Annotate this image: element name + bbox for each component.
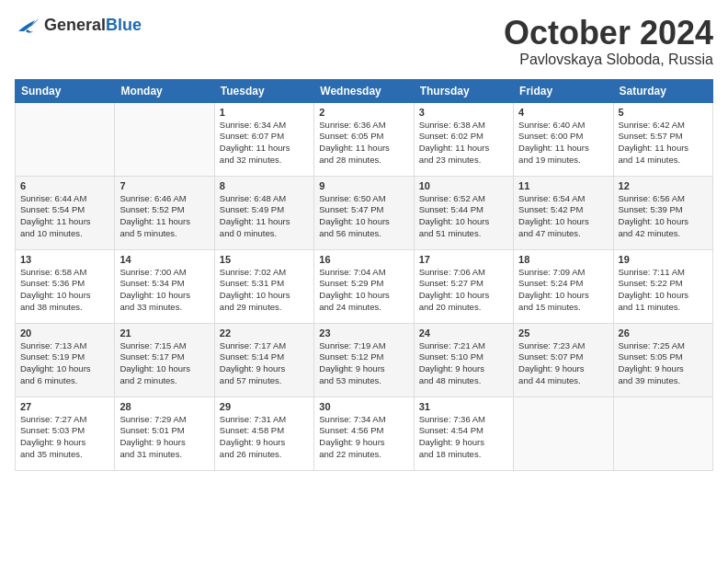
day-info: Sunrise: 6:38 AMSunset: 6:02 PMDaylight:… <box>419 120 508 167</box>
calendar-cell: 20Sunrise: 7:13 AMSunset: 5:19 PMDayligh… <box>16 323 115 396</box>
day-number: 5 <box>619 107 708 118</box>
day-number: 26 <box>619 327 708 339</box>
day-info: Sunrise: 6:48 AMSunset: 5:49 PMDaylight:… <box>220 193 309 240</box>
day-info: Sunrise: 6:44 AMSunset: 5:54 PMDaylight:… <box>20 193 109 240</box>
day-number: 11 <box>518 180 608 191</box>
calendar-cell: 4Sunrise: 6:40 AMSunset: 6:00 PMDaylight… <box>514 102 613 176</box>
day-info: Sunrise: 7:00 AMSunset: 5:34 PMDaylight:… <box>119 267 209 314</box>
day-number: 13 <box>20 254 109 265</box>
day-number: 3 <box>419 107 508 118</box>
calendar-cell: 29Sunrise: 7:31 AMSunset: 4:58 PMDayligh… <box>214 396 313 470</box>
calendar-cell: 30Sunrise: 7:34 AMSunset: 4:56 PMDayligh… <box>314 396 414 470</box>
day-number: 19 <box>619 254 708 265</box>
calendar-cell: 8Sunrise: 6:48 AMSunset: 5:49 PMDaylight… <box>214 176 313 249</box>
day-info: Sunrise: 6:56 AMSunset: 5:39 PMDaylight:… <box>619 193 708 240</box>
col-monday: Monday <box>115 79 214 102</box>
day-info: Sunrise: 6:52 AMSunset: 5:44 PMDaylight:… <box>419 193 508 240</box>
day-number: 21 <box>119 327 209 339</box>
day-number: 29 <box>220 401 309 412</box>
day-number: 10 <box>419 180 508 191</box>
calendar-table: Sunday Monday Tuesday Wednesday Thursday… <box>15 79 713 471</box>
calendar-week-3: 13Sunrise: 6:58 AMSunset: 5:36 PMDayligh… <box>16 249 713 323</box>
calendar-cell: 16Sunrise: 7:04 AMSunset: 5:29 PMDayligh… <box>314 249 414 323</box>
day-info: Sunrise: 7:09 AMSunset: 5:24 PMDaylight:… <box>518 267 608 314</box>
calendar-cell: 19Sunrise: 7:11 AMSunset: 5:22 PMDayligh… <box>613 249 712 323</box>
day-info: Sunrise: 6:36 AMSunset: 6:05 PMDaylight:… <box>319 120 408 167</box>
calendar-cell <box>16 102 115 176</box>
day-info: Sunrise: 6:40 AMSunset: 6:00 PMDaylight:… <box>518 120 608 167</box>
day-info: Sunrise: 6:46 AMSunset: 5:52 PMDaylight:… <box>119 193 209 240</box>
month-title: October 2024 <box>504 15 713 52</box>
calendar-cell <box>613 396 712 470</box>
calendar-week-2: 6Sunrise: 6:44 AMSunset: 5:54 PMDaylight… <box>16 176 713 249</box>
day-info: Sunrise: 7:13 AMSunset: 5:19 PMDaylight:… <box>20 340 109 387</box>
calendar-cell: 10Sunrise: 6:52 AMSunset: 5:44 PMDayligh… <box>414 176 513 249</box>
day-number: 12 <box>619 180 708 191</box>
day-info: Sunrise: 7:04 AMSunset: 5:29 PMDaylight:… <box>319 267 408 314</box>
calendar-cell: 26Sunrise: 7:25 AMSunset: 5:05 PMDayligh… <box>613 323 712 396</box>
calendar-cell: 17Sunrise: 7:06 AMSunset: 5:27 PMDayligh… <box>414 249 513 323</box>
day-info: Sunrise: 7:27 AMSunset: 5:03 PMDaylight:… <box>20 414 109 461</box>
day-info: Sunrise: 7:11 AMSunset: 5:22 PMDaylight:… <box>619 267 708 314</box>
day-number: 18 <box>518 254 608 265</box>
calendar-cell <box>115 102 214 176</box>
day-number: 20 <box>20 327 109 339</box>
day-info: Sunrise: 7:23 AMSunset: 5:07 PMDaylight:… <box>518 340 608 387</box>
col-sunday: Sunday <box>16 79 115 102</box>
day-number: 14 <box>119 254 209 265</box>
day-info: Sunrise: 7:15 AMSunset: 5:17 PMDaylight:… <box>119 340 209 387</box>
logo-text: GeneralBlue <box>44 16 142 35</box>
logo: GeneralBlue <box>15 15 142 35</box>
day-number: 6 <box>20 180 109 191</box>
calendar-cell: 31Sunrise: 7:36 AMSunset: 4:54 PMDayligh… <box>414 396 513 470</box>
calendar-cell <box>514 396 613 470</box>
calendar-cell: 15Sunrise: 7:02 AMSunset: 5:31 PMDayligh… <box>214 249 313 323</box>
col-tuesday: Tuesday <box>214 79 313 102</box>
day-info: Sunrise: 6:34 AMSunset: 6:07 PMDaylight:… <box>220 120 309 167</box>
day-info: Sunrise: 7:17 AMSunset: 5:14 PMDaylight:… <box>220 340 309 387</box>
calendar-cell: 22Sunrise: 7:17 AMSunset: 5:14 PMDayligh… <box>214 323 313 396</box>
day-number: 15 <box>220 254 309 265</box>
day-info: Sunrise: 7:25 AMSunset: 5:05 PMDaylight:… <box>619 340 708 387</box>
day-number: 16 <box>319 254 408 265</box>
day-info: Sunrise: 7:21 AMSunset: 5:10 PMDaylight:… <box>419 340 508 387</box>
calendar-cell: 12Sunrise: 6:56 AMSunset: 5:39 PMDayligh… <box>613 176 712 249</box>
day-number: 28 <box>119 401 209 412</box>
calendar-cell: 7Sunrise: 6:46 AMSunset: 5:52 PMDaylight… <box>115 176 214 249</box>
calendar-week-1: 1Sunrise: 6:34 AMSunset: 6:07 PMDaylight… <box>16 102 713 176</box>
day-info: Sunrise: 7:31 AMSunset: 4:58 PMDaylight:… <box>220 414 309 461</box>
location-title: Pavlovskaya Sloboda, Russia <box>504 52 713 68</box>
day-number: 1 <box>220 107 309 118</box>
calendar-cell: 2Sunrise: 6:36 AMSunset: 6:05 PMDaylight… <box>314 102 414 176</box>
col-saturday: Saturday <box>613 79 712 102</box>
logo-icon <box>15 15 40 35</box>
calendar-week-5: 27Sunrise: 7:27 AMSunset: 5:03 PMDayligh… <box>16 396 713 470</box>
page-header: GeneralBlue October 2024 Pavlovskaya Slo… <box>15 15 713 68</box>
day-info: Sunrise: 7:02 AMSunset: 5:31 PMDaylight:… <box>220 267 309 314</box>
title-area: October 2024 Pavlovskaya Sloboda, Russia <box>504 15 713 68</box>
calendar-cell: 27Sunrise: 7:27 AMSunset: 5:03 PMDayligh… <box>16 396 115 470</box>
day-info: Sunrise: 7:36 AMSunset: 4:54 PMDaylight:… <box>419 414 508 461</box>
day-number: 30 <box>319 401 408 412</box>
calendar-cell: 14Sunrise: 7:00 AMSunset: 5:34 PMDayligh… <box>115 249 214 323</box>
col-wednesday: Wednesday <box>314 79 414 102</box>
col-thursday: Thursday <box>414 79 513 102</box>
calendar-cell: 3Sunrise: 6:38 AMSunset: 6:02 PMDaylight… <box>414 102 513 176</box>
day-info: Sunrise: 7:29 AMSunset: 5:01 PMDaylight:… <box>119 414 209 461</box>
calendar-cell: 24Sunrise: 7:21 AMSunset: 5:10 PMDayligh… <box>414 323 513 396</box>
day-number: 31 <box>419 401 508 412</box>
day-info: Sunrise: 6:54 AMSunset: 5:42 PMDaylight:… <box>518 193 608 240</box>
day-number: 9 <box>319 180 408 191</box>
day-info: Sunrise: 6:42 AMSunset: 5:57 PMDaylight:… <box>619 120 708 167</box>
day-number: 17 <box>419 254 508 265</box>
day-number: 4 <box>518 107 608 118</box>
day-number: 7 <box>119 180 209 191</box>
calendar-cell: 13Sunrise: 6:58 AMSunset: 5:36 PMDayligh… <box>16 249 115 323</box>
calendar-cell: 25Sunrise: 7:23 AMSunset: 5:07 PMDayligh… <box>514 323 613 396</box>
day-number: 8 <box>220 180 309 191</box>
day-info: Sunrise: 7:34 AMSunset: 4:56 PMDaylight:… <box>319 414 408 461</box>
day-number: 23 <box>319 327 408 339</box>
day-info: Sunrise: 6:50 AMSunset: 5:47 PMDaylight:… <box>319 193 408 240</box>
calendar-cell: 11Sunrise: 6:54 AMSunset: 5:42 PMDayligh… <box>514 176 613 249</box>
col-friday: Friday <box>514 79 613 102</box>
